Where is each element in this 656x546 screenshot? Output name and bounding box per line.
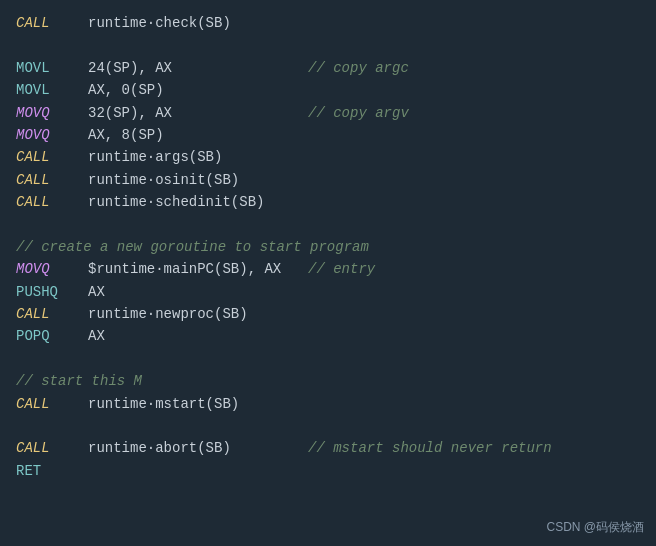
code-line: MOVQ$runtime·mainPC(SB), AX// entry bbox=[16, 258, 640, 280]
operand: AX bbox=[88, 325, 105, 347]
watermark: CSDN @码侯烧酒 bbox=[546, 519, 644, 536]
keyword: PUSHQ bbox=[16, 281, 88, 303]
keyword: RET bbox=[16, 460, 88, 482]
code-line: RET bbox=[16, 460, 640, 482]
keyword: MOVL bbox=[16, 79, 88, 101]
code-editor: CALLruntime·check(SB)MOVL24(SP), AX// co… bbox=[0, 0, 656, 494]
code-line: CALLruntime·mstart(SB) bbox=[16, 393, 640, 415]
keyword: CALL bbox=[16, 303, 88, 325]
comment-line: // create a new goroutine to start progr… bbox=[16, 236, 640, 258]
operand: runtime·schedinit(SB) bbox=[88, 191, 264, 213]
keyword: MOVQ bbox=[16, 258, 88, 280]
code-line: MOVLAX, 0(SP) bbox=[16, 79, 640, 101]
code-line: MOVL24(SP), AX// copy argc bbox=[16, 57, 640, 79]
code-line: CALLruntime·args(SB) bbox=[16, 146, 640, 168]
empty-line bbox=[16, 348, 640, 370]
keyword: POPQ bbox=[16, 325, 88, 347]
code-line: PUSHQAX bbox=[16, 281, 640, 303]
operand: $runtime·mainPC(SB), AX bbox=[88, 258, 308, 280]
operand: runtime·check(SB) bbox=[88, 12, 231, 34]
operand: 24(SP), AX bbox=[88, 57, 308, 79]
comment: // copy argv bbox=[308, 102, 409, 124]
keyword: CALL bbox=[16, 393, 88, 415]
code-line: CALLruntime·schedinit(SB) bbox=[16, 191, 640, 213]
keyword: MOVL bbox=[16, 57, 88, 79]
operand: runtime·args(SB) bbox=[88, 146, 222, 168]
operand: runtime·mstart(SB) bbox=[88, 393, 239, 415]
empty-line bbox=[16, 214, 640, 236]
comment-line: // start this M bbox=[16, 370, 640, 392]
operand: 32(SP), AX bbox=[88, 102, 308, 124]
code-line: CALLruntime·check(SB) bbox=[16, 12, 640, 34]
operand: runtime·osinit(SB) bbox=[88, 169, 239, 191]
keyword: CALL bbox=[16, 169, 88, 191]
operand: runtime·newproc(SB) bbox=[88, 303, 248, 325]
operand: AX, 0(SP) bbox=[88, 79, 164, 101]
keyword: CALL bbox=[16, 146, 88, 168]
keyword: CALL bbox=[16, 191, 88, 213]
keyword: CALL bbox=[16, 437, 88, 459]
keyword: CALL bbox=[16, 12, 88, 34]
operand: runtime·abort(SB) bbox=[88, 437, 308, 459]
code-line: CALLruntime·osinit(SB) bbox=[16, 169, 640, 191]
empty-line bbox=[16, 34, 640, 56]
empty-line bbox=[16, 415, 640, 437]
code-line: POPQAX bbox=[16, 325, 640, 347]
operand: AX bbox=[88, 281, 105, 303]
code-line: MOVQ32(SP), AX// copy argv bbox=[16, 102, 640, 124]
keyword: MOVQ bbox=[16, 102, 88, 124]
code-line: MOVQAX, 8(SP) bbox=[16, 124, 640, 146]
comment-text: // start this M bbox=[16, 370, 142, 392]
code-line: CALLruntime·newproc(SB) bbox=[16, 303, 640, 325]
comment: // mstart should never return bbox=[308, 437, 552, 459]
comment-text: // create a new goroutine to start progr… bbox=[16, 236, 369, 258]
operand: AX, 8(SP) bbox=[88, 124, 164, 146]
comment: // copy argc bbox=[308, 57, 409, 79]
code-line: CALLruntime·abort(SB)// mstart should ne… bbox=[16, 437, 640, 459]
keyword: MOVQ bbox=[16, 124, 88, 146]
comment: // entry bbox=[308, 258, 375, 280]
